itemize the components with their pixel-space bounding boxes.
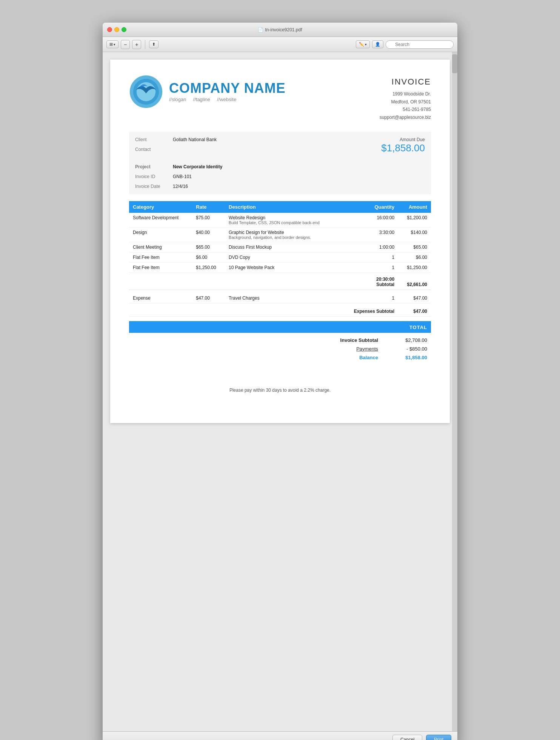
share-icon: ⬆ [152,42,155,47]
client-right: Amount Due $1,858.00 [381,137,425,154]
share-button[interactable]: ⬆ [149,40,158,48]
table-row: Client Meeting $65.00 Discuss First Mock… [129,242,431,252]
invoice-subtotal-label: Invoice Subtotal [325,337,378,343]
row4-description: DVD Copy [225,252,341,262]
subtotal-time: 20:30:00 Subtotal [341,272,398,290]
amount-due-value: $1,858.00 [381,142,425,154]
total-header: TOTAL [129,322,431,333]
logo-area: COMPANY NAME //slogan //tagline //websit… [129,75,286,109]
row2-description-sub: Background, navigation, and border desig… [229,235,337,240]
invoice-document: COMPANY NAME //slogan //tagline //websit… [110,60,450,423]
row1-amount: $1,200.00 [398,213,431,228]
row1-quantity: 16:00:00 [341,213,398,228]
row1-category: Software Development [129,213,192,228]
row2-rate: $40.00 [192,227,225,242]
scrollbar[interactable] [452,52,457,731]
row3-quantity: 1:00:00 [341,242,398,252]
document-area: COMPANY NAME //slogan //tagline //websit… [103,52,457,731]
row4-rate: $6.00 [192,252,225,262]
row5-quantity: 1 [341,262,398,272]
expense-amount: $47.00 [398,290,431,303]
company-name: COMPANY NAME [169,82,286,95]
row5-category: Flat Fee Item [129,262,192,272]
row3-category: Client Meeting [129,242,192,252]
payments-value: - $850.00 [393,346,427,352]
table-row: Software Development $75.00 Website Rede… [129,213,431,228]
invoice-header: COMPANY NAME //slogan //tagline //websit… [129,75,431,121]
row4-quantity: 1 [341,252,398,262]
row2-quantity: 3:30:00 [341,227,398,242]
minimize-button[interactable] [114,27,119,32]
amount-due-label: Amount Due [381,137,425,142]
pencil-icon: ✏️ [359,42,364,47]
titlebar: 📄 tn-invoice9201.pdf [103,23,457,37]
print-button[interactable]: Print [426,735,451,740]
contact-button[interactable]: 👤 [372,40,383,48]
chevron-down-icon: ▾ [114,43,115,46]
payments-line: Payments - $850.00 [133,345,427,353]
client-label: Client [135,137,165,142]
balance-label: Balance [325,355,378,360]
expense-description: Travel Charges [225,290,341,303]
company-website: //website [217,97,236,102]
expense-row: Expense $47.00 Travel Charges 1 $47.00 [129,290,431,303]
zoom-out-button[interactable]: − [121,40,130,49]
expenses-subtotal-row: Expenses Subtotal $47.00 [129,303,431,316]
window-title: 📄 tn-invoice9201.pdf [258,27,302,32]
invoice-id-label: Invoice ID [135,174,165,179]
company-taglines: //slogan //tagline //website [169,97,286,102]
table-row: Flat Fee Item $1,250.00 10 Page Website … [129,262,431,272]
col-header-description: Description [225,201,341,213]
chevron-down-icon-2: ▾ [365,43,367,46]
scrollbar-thumb[interactable] [452,54,457,73]
subtotal-empty1 [129,272,225,290]
project-row: Project New Corporate Identity [135,164,222,169]
exp-subtotal-empty [129,303,341,316]
annotate-button[interactable]: ✏️ ▾ [356,40,370,48]
row4-category: Flat Fee Item [129,252,192,262]
client-section: Client Goliath National Bank Contact Pro… [129,132,431,194]
bottom-bar: Cancel Print [103,731,457,740]
client-left: Client Goliath National Bank Contact Pro… [135,137,222,189]
balance-line: Balance $1,858.00 [133,353,427,362]
row2-category: Design [129,227,192,242]
invoice-address2: Medford, OR 97501 [380,98,431,106]
invoice-subtotal-value: $2,708.00 [393,337,427,343]
sidebar-toggle-button[interactable]: ⊞ ▾ [106,40,118,48]
row1-description: Website Redesign Build Template, CSS, JS… [225,213,341,228]
company-text: COMPANY NAME //slogan //tagline //websit… [169,82,286,102]
row5-description: 10 Page Website Pack [225,262,341,272]
toolbar: ⊞ ▾ − + ⬆ ✏️ ▾ 👤 🔍 [103,37,457,52]
zoom-in-icon: + [135,42,138,48]
subtotal-empty2 [225,272,341,290]
toolbar-separator [145,40,145,49]
client-row-contact: Contact [135,147,222,152]
company-tagline: //tagline [193,97,211,102]
footer-note: Please pay within 30 days to avoid a 2.2… [129,388,431,400]
invoice-info-right: INVOICE 1999 Woodside Dr. Medford, OR 97… [380,75,431,121]
col-header-quantity: Quantity [341,201,398,213]
subtotal-row: 20:30:00 Subtotal — $2,661.00 [129,272,431,290]
invoice-id-row: Invoice ID GNB-101 [135,174,222,179]
row1-rate: $75.00 [192,213,225,228]
invoice-title: INVOICE [380,75,431,89]
close-button[interactable] [107,27,112,32]
maximize-button[interactable] [122,27,126,32]
invoice-date-value: 12/4/16 [173,184,188,189]
zoom-in-button[interactable]: + [132,40,141,49]
cancel-button[interactable]: Cancel [392,735,422,740]
payments-label: Payments [325,346,378,352]
person-icon: 👤 [375,42,380,47]
row4-amount: $6.00 [398,252,431,262]
zoom-out-icon: − [124,42,127,48]
traffic-lights [107,27,126,32]
search-input[interactable] [386,40,454,49]
row3-rate: $65.00 [192,242,225,252]
col-header-rate: Rate [192,201,225,213]
balance-value: $1,858.00 [393,355,427,360]
invoice-id-value: GNB-101 [173,174,192,179]
row3-amount: $65.00 [398,242,431,252]
project-label: Project [135,164,165,169]
total-section: TOTAL Invoice Subtotal $2,708.00 Payment… [129,322,431,365]
contact-label: Contact [135,147,165,152]
